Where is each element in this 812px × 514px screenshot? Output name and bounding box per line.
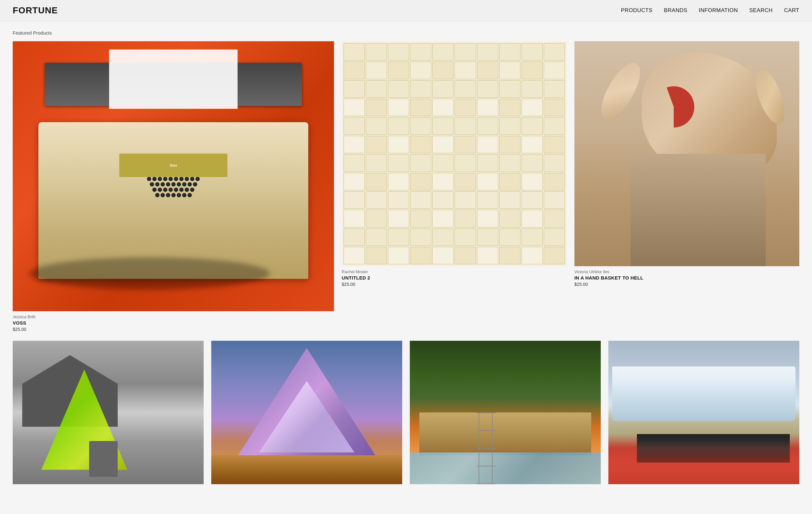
product-card-photo1[interactable]: [13, 341, 204, 490]
product-info-mountain: [211, 484, 402, 490]
product-title-voss: VOSS: [13, 320, 334, 325]
site-logo[interactable]: FORTUNE: [13, 5, 58, 16]
product-price-basket: $25.00: [574, 282, 799, 287]
product-info-basket: Victoria Ulrikke Iles IN A HAND BASKET T…: [574, 266, 799, 288]
product-info-untitled2: Rachel Mosler UNTITLED 2 $25.00: [342, 266, 567, 288]
product-card-iceberg[interactable]: [608, 341, 799, 490]
product-title-untitled2: UNTITLED 2: [342, 275, 567, 281]
main-nav: PRODUCTS BRANDS INFORMATION SEARCH CART: [621, 7, 799, 13]
product-card-mountain[interactable]: [211, 341, 402, 490]
product-info-photo1: [13, 484, 204, 490]
product-price-untitled2: $25.00: [342, 282, 567, 287]
product-card-basket[interactable]: Victoria Ulrikke Iles IN A HAND BASKET T…: [574, 41, 799, 333]
section-title: Featured Products: [13, 30, 799, 35]
product-price-voss: $25.00: [13, 327, 334, 332]
product-info-pool: [410, 484, 601, 490]
nav-brands[interactable]: BRANDS: [664, 7, 687, 13]
artist-name-voss: Jessica Brilli: [13, 314, 334, 319]
artist-name-basket: Victoria Ulrikke Iles: [574, 269, 799, 274]
artist-name-untitled2: Rachel Mosler: [342, 269, 567, 274]
nav-search[interactable]: SEARCH: [749, 7, 773, 13]
product-title-basket: IN A HAND BASKET TO HELL: [574, 275, 799, 281]
nav-cart[interactable]: CART: [784, 7, 799, 13]
products-bottom-row: [13, 341, 799, 490]
nav-products[interactable]: PRODUCTS: [621, 7, 652, 13]
product-card-pool[interactable]: [410, 341, 601, 490]
product-card-voss[interactable]: Voss Jessica Brilli VOSS $25.00: [13, 41, 334, 333]
nav-information[interactable]: INFORMATION: [699, 7, 738, 13]
product-info-iceberg: [608, 484, 799, 490]
site-header: FORTUNE PRODUCTS BRANDS INFORMATION SEAR…: [0, 0, 812, 21]
products-top-row: Voss Jessica Brilli VOSS $25.00: [13, 41, 799, 333]
product-info-voss: Jessica Brilli VOSS $25.00: [13, 311, 334, 333]
product-card-untitled2[interactable]: Rachel Mosler UNTITLED 2 $25.00: [342, 41, 567, 333]
main-content: Featured Products: [0, 21, 812, 503]
